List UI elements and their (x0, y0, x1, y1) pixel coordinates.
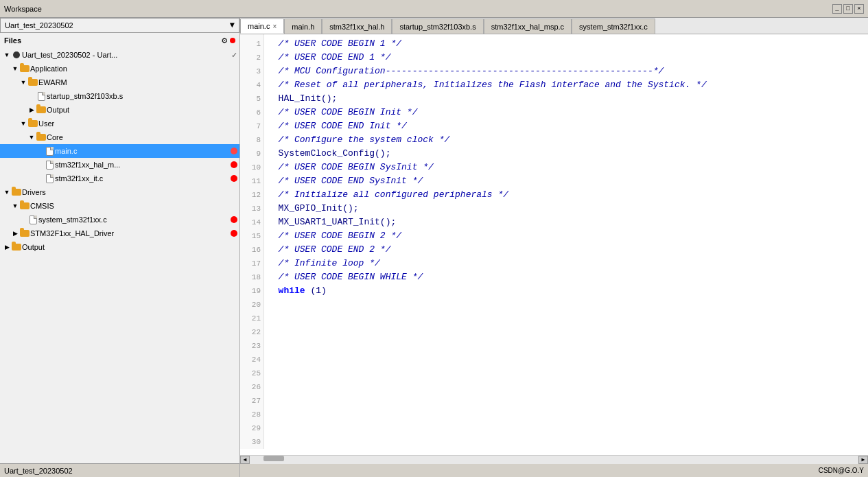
status-dot-stm32it (231, 175, 237, 182)
code-line-27: /* Infinite loop */ (268, 257, 861, 270)
code-area[interactable]: 1234567891011121314151617181920212223242… (240, 34, 868, 455)
files-header: Files ⚙ (0, 33, 239, 48)
title-bar-text: Workspace (4, 5, 832, 13)
file-icon-mainc (44, 147, 55, 156)
tab-stm32hal_tab[interactable]: stm32f1xx_hal.h (322, 19, 392, 34)
tree-item-stm32hal_m[interactable]: stm32f1xx_hal_m... (0, 158, 239, 172)
tree-item-systemstm[interactable]: system_stm32f1xx.c (0, 213, 239, 226)
tab-close-mainc_tab[interactable]: × (272, 23, 277, 30)
tab-system_tab[interactable]: system_stm32f1xx.c (572, 19, 655, 34)
title-bar-buttons: _ □ × (832, 4, 864, 14)
line-number-24: 24 (240, 353, 261, 367)
tree-item-stm32hal_driver[interactable]: ▶STM32F1xx_HAL_Driver (0, 226, 239, 240)
expand-icon-output1[interactable]: ▶ (27, 106, 36, 113)
workspace-dropdown-label: Uart_test_20230502 (5, 21, 73, 30)
line-number-21: 21 (240, 312, 261, 325)
keyword-span-29: while (279, 286, 305, 296)
tree-label-cmsis: CMSIS (30, 202, 239, 210)
code-line-0: /* USER CODE BEGIN 1 */ (268, 37, 861, 51)
file-tree: ▼Uart_test_20230502 - Uart...✓▼Applicati… (0, 48, 239, 463)
scroll-left-button[interactable]: ◀ (240, 456, 250, 464)
gear-icon[interactable]: ⚙ (222, 35, 227, 46)
close-button[interactable]: × (854, 4, 864, 14)
scroll-right-button[interactable]: ▶ (858, 456, 868, 464)
title-bar: Workspace _ □ × (0, 0, 868, 18)
code-line-11: /* USER CODE END Init */ (268, 119, 861, 133)
files-icons: ⚙ (222, 35, 235, 46)
folder-icon-ewarm (27, 79, 38, 86)
code-line-4: /* MCU Configuration--------------------… (268, 65, 861, 78)
expand-icon-core[interactable]: ▼ (27, 134, 36, 141)
code-line-23: /* USER CODE BEGIN 2 */ (268, 229, 861, 243)
sidebar-status-bar: Uart_test_20230502 (0, 463, 239, 477)
minimize-button[interactable]: _ (832, 4, 842, 14)
code-line-2: /* USER CODE END 1 */ (268, 51, 861, 65)
folder-icon-cmsis (19, 202, 30, 209)
status-dot-mainc (231, 148, 237, 154)
tree-label-output1: Output (47, 106, 239, 114)
checkmark-icon-root: ✓ (231, 51, 237, 60)
horizontal-scrollbar[interactable]: ◀ ▶ (240, 455, 868, 463)
tab-mainc_tab[interactable]: main.c× (240, 19, 284, 34)
tab-stm32msp_tab[interactable]: stm32f1xx_hal_msp.c (484, 19, 572, 34)
expand-icon-ewarm[interactable]: ▼ (19, 79, 27, 86)
tabs-bar: main.c×main.hstm32f1xx_hal.hstartup_stm3… (240, 18, 868, 34)
expand-icon-user[interactable]: ▼ (19, 120, 27, 127)
tree-label-core: Core (47, 133, 239, 141)
code-line-13: /* Configure the system clock */ (268, 133, 861, 147)
expand-icon-drivers[interactable]: ▼ (3, 189, 11, 196)
tree-item-application[interactable]: ▼Application (0, 62, 239, 75)
tree-label-ewarm: EWARM (38, 78, 239, 86)
scroll-track[interactable] (250, 456, 858, 464)
tab-startup_tab[interactable]: startup_stm32f103xb.s (392, 19, 483, 34)
status-dot (230, 38, 235, 43)
workspace-dropdown[interactable]: Uart_test_20230502 ▼ (0, 18, 239, 33)
tree-item-mainc[interactable]: main.c (0, 144, 239, 158)
expand-icon-stm32hal_driver[interactable]: ▶ (11, 230, 19, 237)
tree-item-output1[interactable]: ▶Output (0, 103, 239, 117)
expand-icon-output2[interactable]: ▶ (3, 244, 11, 251)
tree-item-cmsis[interactable]: ▼CMSIS (0, 199, 239, 213)
line-number-27: 27 (240, 394, 261, 408)
folder-icon-output2 (11, 244, 22, 251)
status-dot-stm32hal_driver (231, 230, 237, 237)
code-line-25: /* USER CODE END 2 */ (268, 243, 861, 257)
code-line-7: HAL_Init(); (268, 92, 861, 106)
code-line-18: /* USER CODE END SysInit */ (268, 174, 861, 188)
expand-icon-root[interactable]: ▼ (3, 51, 11, 58)
tab-mainh_tab[interactable]: main.h (284, 19, 322, 34)
file-icon-startup (36, 92, 47, 101)
file-icon-stm32it (44, 174, 55, 183)
tree-item-startup[interactable]: startup_stm32f103xb.s (0, 89, 239, 103)
code-line-16: /* USER CODE BEGIN SysInit */ (268, 161, 861, 174)
tree-item-output2[interactable]: ▶Output (0, 240, 239, 254)
code-line-20: /* Initialize all configured peripherals… (268, 188, 861, 202)
line-number-25: 25 (240, 367, 261, 380)
tree-label-mainc: main.c (55, 147, 231, 155)
code-line-21: MX_GPIO_Init(); (268, 202, 861, 216)
tree-label-stm32hal_driver: STM32F1xx_HAL_Driver (30, 229, 231, 237)
line-number-29: 29 (240, 421, 261, 435)
scroll-thumb[interactable] (263, 456, 284, 461)
sidebar-status-label: Uart_test_20230502 (4, 467, 73, 475)
expand-icon-application[interactable]: ▼ (11, 65, 19, 72)
expand-icon-cmsis[interactable]: ▼ (11, 202, 19, 209)
line-number-26: 26 (240, 380, 261, 394)
tree-item-root[interactable]: ▼Uart_test_20230502 - Uart...✓ (0, 48, 239, 62)
tab-label-mainh_tab: main.h (292, 23, 314, 31)
code-line-9: /* USER CODE BEGIN Init */ (268, 106, 861, 119)
folder-icon-root (11, 51, 22, 58)
tree-item-stm32it[interactable]: stm32f1xx_it.c (0, 172, 239, 185)
line-number-23: 23 (240, 339, 261, 353)
sidebar: Uart_test_20230502 ▼ Files ⚙ ▼Uart_test_… (0, 18, 240, 477)
folder-icon-application (19, 65, 30, 72)
bottom-status-bar: CSDN@G.O.Y (240, 463, 868, 477)
file-icon-stm32hal_m (44, 161, 55, 170)
tree-item-ewarm[interactable]: ▼EWARM (0, 75, 239, 89)
restore-button[interactable]: □ (843, 4, 853, 14)
folder-icon-output1 (36, 106, 47, 113)
tree-item-core[interactable]: ▼Core (0, 130, 239, 144)
tree-item-drivers[interactable]: ▼Drivers (0, 185, 239, 199)
tree-item-user[interactable]: ▼User (0, 117, 239, 130)
status-dot-systemstm (231, 216, 237, 223)
